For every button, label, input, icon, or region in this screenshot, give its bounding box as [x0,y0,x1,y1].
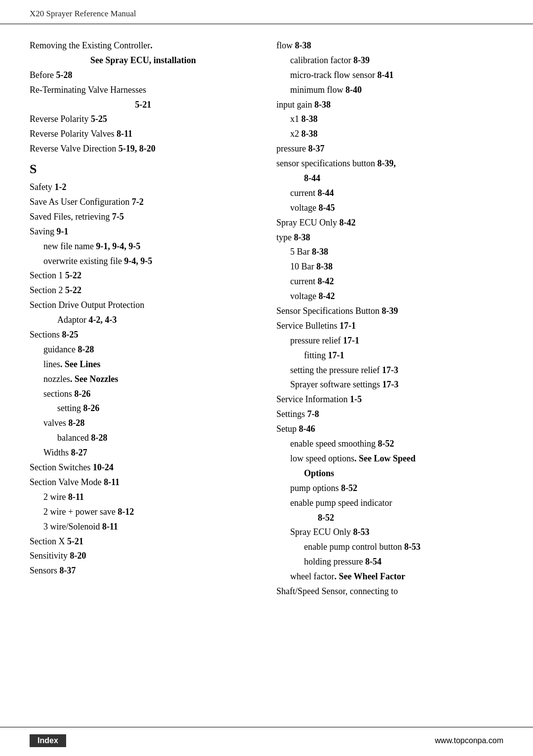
list-item: Section Switches 10-24 [30,461,257,475]
list-item: Before 5-28 [30,69,257,82]
list-item: 5-21 [30,98,257,112]
list-item: Save As User Configuration 7-2 [30,195,257,209]
page-header: X20 Sprayer Reference Manual [0,0,533,24]
list-item: calibration factor 8-39 [290,54,503,68]
list-item: holding pressure 8-54 [304,555,503,569]
page-footer: Index www.topconpa.com [0,727,533,756]
list-item: overwrite existing file 9-4, 9-5 [43,255,257,268]
content-area: Removing the Existing Controller. See Sp… [0,24,533,727]
footer-index-badge: Index [30,734,66,747]
list-item: micro-track flow sensor 8-41 [290,69,503,82]
left-column: Removing the Existing Controller. See Sp… [30,39,257,727]
list-item: enable speed smoothing 8-52 [290,437,503,451]
list-item: 10 Bar 8-38 [290,260,503,274]
list-item: Widths 8-27 [43,446,257,460]
section-letter-s: S [30,162,257,177]
list-item: balanced 8-28 [57,431,257,445]
list-item: sensor specifications button 8-39, [276,157,503,171]
list-item: Section X 5-21 [30,535,257,549]
list-item: Reverse Polarity 5-25 [30,113,257,126]
list-item: Safety 1-2 [30,181,257,194]
list-item: Re-Terminating Valve Harnesses [30,83,257,97]
list-item: setting 8-26 [57,402,257,416]
list-item: Section 2 5-22 [30,284,257,298]
list-item: Service Bulletins 17-1 [276,319,503,333]
list-item: enable pump speed indicator [290,496,503,510]
list-item: Options [304,467,503,481]
list-item: wheel factor. See Wheel Factor [290,570,503,584]
list-item: Setup 8-46 [276,422,503,436]
list-item: 3 wire/Solenoid 8-11 [43,520,257,534]
page-container: X20 Sprayer Reference Manual Removing th… [0,0,533,756]
list-item: 8-44 [304,172,503,186]
list-item: current 8-42 [290,275,503,289]
list-item: Section Valve Mode 8-11 [30,476,257,490]
list-item: Service Information 1-5 [276,393,503,407]
list-item: Reverse Polarity Valves 8-11 [30,127,257,141]
list-item: valves 8-28 [43,416,257,430]
list-item: lines. See Lines [43,358,257,372]
list-item: enable pump control button 8-53 [304,540,503,554]
list-item: current 8-44 [290,187,503,200]
list-item: Reverse Valve Direction 5-19, 8-20 [30,142,257,156]
list-item: low speed options. See Low Speed [290,452,503,466]
list-item: x1 8-38 [290,113,503,126]
list-item: pressure 8-37 [276,142,503,156]
list-item: setting the pressure relief 17-3 [290,364,503,378]
list-item: Sections 8-25 [30,328,257,342]
list-item: pressure relief 17-1 [290,334,503,348]
list-item: Adaptor 4-2, 4-3 [57,313,257,327]
list-item: Sensitivity 8-20 [30,549,257,563]
list-item: Settings 7-8 [276,408,503,421]
list-item: 2 wire + power save 8-12 [43,505,257,519]
header-title: X20 Sprayer Reference Manual [30,9,136,18]
list-item: Removing the Existing Controller. [30,39,257,53]
list-item: Shaft/Speed Sensor, connecting to [276,585,503,599]
list-item: voltage 8-45 [290,201,503,215]
list-item: Spray ECU Only 8-53 [290,526,503,539]
list-item: 2 wire 8-11 [43,491,257,504]
list-item: 8-52 [318,511,503,525]
list-item: Saved Files, retrieving 7-5 [30,210,257,224]
footer-url: www.topconpa.com [435,736,503,745]
list-item: See Spray ECU, installation [30,54,257,68]
list-item: input gain 8-38 [276,98,503,112]
list-item: 5 Bar 8-38 [290,245,503,259]
list-item: nozzles. See Nozzles [43,373,257,386]
list-item: sections 8-26 [43,387,257,401]
list-item: type 8-38 [276,231,503,245]
list-item: flow 8-38 [276,39,503,53]
list-item: Sensor Specifications Button 8-39 [276,304,503,318]
section-drive-output-protection: Section Drive Output Protection [30,299,257,312]
list-item: fitting 17-1 [304,349,503,363]
list-item: Sensors 8-37 [30,564,257,578]
list-item: x2 8-38 [290,127,503,141]
list-item: voltage 8-42 [290,290,503,303]
list-item: Sprayer software settings 17-3 [290,378,503,392]
list-item: Section 1 5-22 [30,269,257,283]
right-column: flow 8-38 calibration factor 8-39 micro-… [276,39,503,727]
list-item: new file name 9-1, 9-4, 9-5 [43,240,257,254]
list-item: guidance 8-28 [43,343,257,357]
list-item: Spray ECU Only 8-42 [276,216,503,230]
list-item: minimum flow 8-40 [290,83,503,97]
list-item: Saving 9-1 [30,225,257,239]
list-item: pump options 8-52 [290,482,503,495]
